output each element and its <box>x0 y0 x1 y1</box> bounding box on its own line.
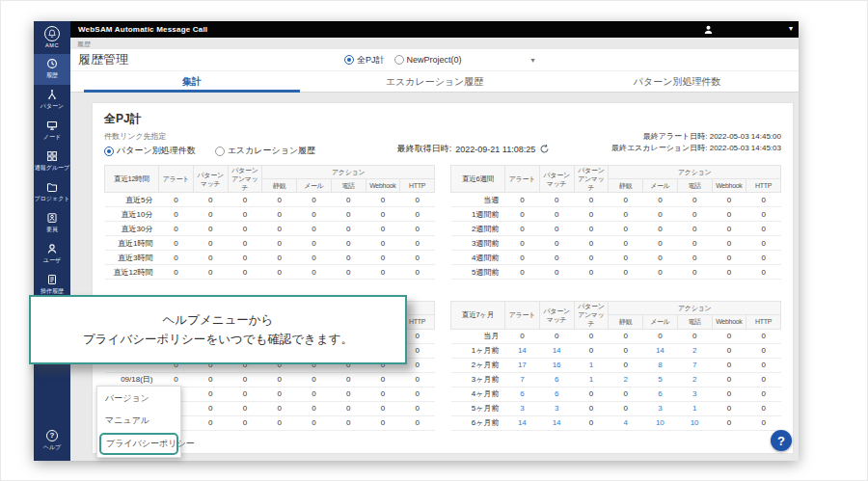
link-target-block: 件数リンク先指定 パターン別処理件数 エスカレーション履歴 <box>104 131 336 157</box>
user-avatar-icon[interactable] <box>703 24 714 35</box>
count-link[interactable]: 6 <box>505 387 540 401</box>
action-group-header: アクション <box>262 166 435 179</box>
row-label: 直近10分 <box>105 207 159 222</box>
count-link[interactable]: 6 <box>643 387 678 401</box>
column-header: Webhook <box>366 179 400 193</box>
count-value: 0 <box>366 401 400 415</box>
sidebar-item-notify-group[interactable]: 通報グループ <box>34 147 70 177</box>
count-value: 0 <box>677 207 712 222</box>
help-menu-item[interactable]: マニュアル <box>97 410 180 432</box>
count-link[interactable]: 4 <box>609 415 643 430</box>
count-value: 0 <box>643 207 678 222</box>
help-fab[interactable]: ? <box>771 430 792 451</box>
radio-new-project[interactable]: NewProject(0) <box>394 55 462 65</box>
sidebar-item-history[interactable]: 履歴 <box>34 54 70 85</box>
last-fetched-label: 最終取得日時: <box>397 143 452 155</box>
count-link[interactable]: 14 <box>505 415 540 430</box>
tab-escalation-history[interactable]: エスカレーション履歴 <box>313 71 556 92</box>
count-value: 0 <box>193 193 228 207</box>
count-value: 0 <box>505 222 540 236</box>
radio-all-pj[interactable]: 全PJ計 <box>344 54 385 67</box>
count-link[interactable]: 10 <box>643 415 678 430</box>
count-link[interactable]: 3 <box>505 401 540 415</box>
count-value: 0 <box>643 193 678 207</box>
count-link[interactable]: 5 <box>643 372 678 387</box>
count-value: 0 <box>643 251 678 265</box>
sidebar-item-label: プロジェクト <box>35 195 70 203</box>
count-value: 0 <box>746 372 781 387</box>
count-value: 0 <box>746 236 781 251</box>
count-link[interactable]: 1 <box>677 401 712 415</box>
radio-label: パターン別処理件数 <box>117 145 196 157</box>
count-link[interactable]: 17 <box>505 358 540 372</box>
count-value: 0 <box>574 193 609 207</box>
sidebar-item-pattern[interactable]: パターン <box>34 85 70 116</box>
sidebar-item-user[interactable]: ユーザ <box>34 239 70 270</box>
count-link[interactable]: 1 <box>574 372 609 387</box>
count-value: 0 <box>574 236 609 251</box>
count-value: 0 <box>331 415 366 430</box>
column-header: メール <box>643 315 678 329</box>
count-link[interactable]: 1 <box>574 358 609 372</box>
count-value: 0 <box>262 387 297 401</box>
count-value: 0 <box>712 207 746 222</box>
count-value: 0 <box>746 415 781 430</box>
column-header: 静観 <box>262 179 297 193</box>
row-label: 直近5分 <box>105 193 159 207</box>
row-label: 当月 <box>451 329 505 343</box>
page-header: 履歴管理 全PJ計 NewProject(0) ▾ <box>70 49 799 70</box>
row-label: 5ヶ月前 <box>451 401 505 415</box>
tab-summary[interactable]: 集計 <box>70 71 313 92</box>
count-link[interactable]: 6 <box>539 372 574 387</box>
sidebar-item-personnel[interactable]: 要員 <box>34 208 70 239</box>
dropdown-caret-icon[interactable]: ▾ <box>531 56 535 65</box>
help-menu-item[interactable]: プライバシーポリシー <box>99 433 178 455</box>
breadcrumb: 履歴 <box>70 38 799 49</box>
row-label: 3週間前 <box>451 236 505 251</box>
count-link[interactable]: 14 <box>643 343 678 358</box>
count-value: 0 <box>297 415 332 430</box>
count-link[interactable]: 14 <box>539 343 574 358</box>
count-link[interactable]: 10 <box>677 415 712 430</box>
refresh-icon[interactable] <box>539 144 550 154</box>
table-row: 4週間前00000000 <box>451 251 781 265</box>
count-value: 0 <box>366 415 400 430</box>
radio-escalation-history[interactable]: エスカレーション履歴 <box>215 145 315 157</box>
count-link[interactable]: 7 <box>505 372 540 387</box>
sidebar-item-project[interactable]: プロジェクト <box>34 177 70 208</box>
count-link[interactable]: 3 <box>539 401 574 415</box>
app-logo: AMC <box>34 21 70 48</box>
count-link[interactable]: 3 <box>643 401 678 415</box>
count-link[interactable]: 2 <box>609 372 643 387</box>
column-header: Webhook <box>712 315 746 329</box>
count-link[interactable]: 14 <box>505 343 540 358</box>
count-value: 0 <box>193 372 228 387</box>
count-link[interactable]: 2 <box>677 372 712 387</box>
action-group-header: アクション <box>609 166 781 179</box>
column-header: パターンアンマッチ <box>574 166 609 193</box>
count-link[interactable]: 2 <box>677 343 712 358</box>
count-link[interactable]: 3 <box>677 387 712 401</box>
count-link[interactable]: 6 <box>539 387 574 401</box>
chevron-down-icon[interactable]: ▾ <box>789 24 793 33</box>
count-value: 0 <box>400 222 435 236</box>
help-menu-item[interactable]: バージョン <box>97 387 180 410</box>
count-value: 0 <box>746 401 781 415</box>
count-value: 0 <box>609 343 643 358</box>
help-icon: ? <box>46 430 58 441</box>
count-value: 0 <box>539 329 574 343</box>
project-scope-radios: 全PJ計 NewProject(0) ▾ <box>344 49 535 70</box>
count-link[interactable]: 16 <box>539 358 574 372</box>
radio-pattern-counts[interactable]: パターン別処理件数 <box>104 145 196 157</box>
count-link[interactable]: 8 <box>643 358 678 372</box>
sidebar-item-node[interactable]: ノード <box>34 116 70 147</box>
table-row: 当月00000000 <box>451 329 781 343</box>
count-link[interactable]: 7 <box>677 358 712 372</box>
count-value: 0 <box>262 236 297 251</box>
count-value: 0 <box>746 251 781 265</box>
tab-pattern-counts[interactable]: パターン別処理件数 <box>556 71 799 92</box>
count-value: 0 <box>505 265 540 280</box>
count-value: 0 <box>193 401 228 415</box>
count-link[interactable]: 14 <box>539 415 574 430</box>
sidebar-item-help[interactable]: ? ヘルプ <box>34 426 70 457</box>
